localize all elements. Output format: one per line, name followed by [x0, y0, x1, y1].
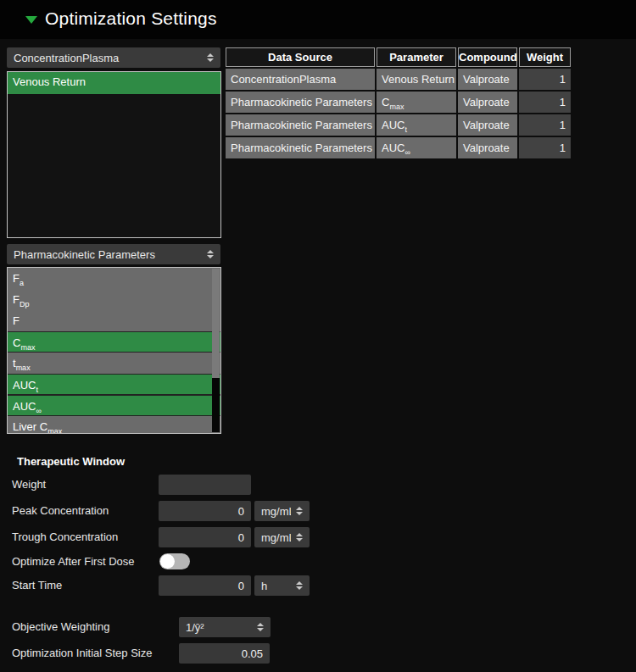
- therapeutic-window-title: Therapeutic Window: [17, 455, 125, 468]
- table-cell-parameter[interactable]: AUCt: [377, 114, 456, 136]
- pk-parameters-select-value: Pharmacokinetic Parameters: [14, 248, 202, 261]
- table-cell-parameter[interactable]: AUC∞: [377, 137, 456, 158]
- page-title: Optimization Settings: [45, 8, 217, 29]
- data-source-select[interactable]: ConcentrationPlasma: [7, 47, 220, 68]
- table-cell-weight[interactable]: 1: [519, 69, 571, 90]
- table-cell-compound[interactable]: Valproate: [458, 137, 517, 158]
- pk-parameters-list[interactable]: Fa FDp F Cmax tmax AUCt AUC∞ Liver Cmax: [7, 267, 221, 434]
- objective-weighting-select[interactable]: 1/ŷ²: [179, 617, 271, 637]
- panel-header: Optimization Settings: [0, 0, 636, 39]
- peak-unit-value: mg/mL: [261, 505, 291, 518]
- optimization-weights-table: Data Source Parameter Compound Weight Co…: [226, 47, 571, 158]
- data-source-output-list[interactable]: Venous Return: [7, 71, 221, 238]
- start-time-unit-select[interactable]: h: [254, 575, 310, 596]
- pk-list-scrollbar[interactable]: [212, 269, 220, 432]
- trough-concentration-input[interactable]: [159, 527, 251, 547]
- optimize-after-first-dose-label: Optimize After First Dose: [12, 552, 134, 572]
- stepper-icon: [296, 533, 303, 541]
- weight-input[interactable]: [159, 475, 251, 495]
- initial-step-size-input[interactable]: [179, 643, 270, 664]
- collapse-arrow-icon[interactable]: [25, 16, 37, 24]
- objective-weighting-label: Objective Weighting: [12, 617, 109, 637]
- optimize-after-first-dose-toggle[interactable]: [159, 553, 190, 569]
- table-cell-data-source[interactable]: Pharmacokinetic Parameters: [226, 137, 375, 158]
- stepper-icon: [296, 581, 303, 590]
- list-item-venous-return[interactable]: Venous Return: [8, 72, 220, 94]
- data-source-select-value: ConcentrationPlasma: [14, 52, 202, 64]
- table-cell-weight[interactable]: 1: [519, 137, 571, 158]
- trough-unit-select[interactable]: mg/mL: [254, 527, 310, 547]
- stepper-icon: [207, 250, 214, 258]
- initial-step-size-label: Optimization Initial Step Size: [12, 643, 152, 664]
- table-header-data-source: Data Source: [226, 47, 375, 67]
- list-item-fdp[interactable]: FDp: [8, 289, 220, 310]
- peak-concentration-input[interactable]: [159, 501, 251, 521]
- list-item-aucinf[interactable]: AUC∞: [8, 395, 220, 416]
- table-cell-parameter[interactable]: Cmax: [377, 92, 456, 113]
- toggle-knob: [160, 554, 175, 569]
- start-time-label: Start Time: [12, 575, 62, 596]
- stepper-icon: [207, 53, 214, 62]
- list-item-f[interactable]: F: [8, 310, 220, 331]
- table-cell-compound[interactable]: Valproate: [458, 92, 517, 113]
- pk-parameters-select[interactable]: Pharmacokinetic Parameters: [7, 244, 220, 264]
- objective-weighting-value: 1/ŷ²: [186, 621, 252, 634]
- peak-concentration-label: Peak Concentration: [12, 501, 109, 521]
- list-item-fa[interactable]: Fa: [8, 268, 220, 289]
- start-time-unit-value: h: [261, 580, 291, 592]
- stepper-icon: [296, 507, 303, 515]
- list-item-auct[interactable]: AUCt: [8, 374, 220, 395]
- start-time-input[interactable]: [159, 575, 251, 596]
- list-item-liver-cmax[interactable]: Liver Cmax: [8, 416, 220, 434]
- weight-label: Weight: [12, 475, 46, 495]
- peak-unit-select[interactable]: mg/mL: [254, 501, 310, 521]
- table-cell-weight[interactable]: 1: [519, 114, 571, 136]
- table-header-compound: Compound: [458, 47, 517, 67]
- trough-concentration-label: Trough Concentration: [12, 527, 118, 547]
- table-cell-data-source[interactable]: Pharmacokinetic Parameters: [226, 114, 375, 136]
- optimization-settings-panel: { "header": { "title": "Optimization Set…: [0, 0, 636, 672]
- list-item-cmax[interactable]: Cmax: [8, 331, 220, 353]
- table-cell-data-source[interactable]: Pharmacokinetic Parameters: [226, 92, 375, 113]
- table-header-weight: Weight: [519, 47, 571, 67]
- table-cell-weight[interactable]: 1: [519, 92, 571, 113]
- trough-unit-value: mg/mL: [261, 531, 291, 544]
- table-cell-parameter[interactable]: Venous Return: [377, 69, 456, 90]
- table-cell-compound[interactable]: Valproate: [458, 69, 517, 90]
- table-cell-data-source[interactable]: ConcentrationPlasma: [226, 69, 375, 90]
- table-header-parameter: Parameter: [377, 47, 456, 67]
- list-item-tmax[interactable]: tmax: [8, 353, 220, 374]
- stepper-icon: [257, 623, 264, 631]
- scrollbar-thumb[interactable]: [212, 269, 220, 378]
- list-item-label: Venous Return: [13, 75, 86, 88]
- table-cell-compound[interactable]: Valproate: [458, 114, 517, 136]
